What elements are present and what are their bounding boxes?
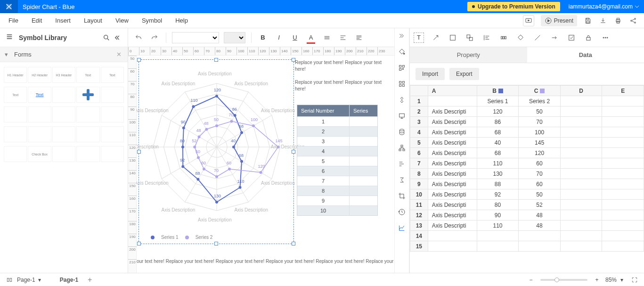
row-header[interactable]: 10 <box>410 189 428 200</box>
cell[interactable]: 70 <box>519 169 561 179</box>
fill-icon[interactable] <box>515 33 526 43</box>
symbol-thumb[interactable] <box>52 87 75 103</box>
slideshow-icon[interactable] <box>523 15 534 26</box>
cell[interactable]: Axis Descripti <box>428 169 477 179</box>
save-icon[interactable] <box>584 16 592 25</box>
account-menu[interactable]: iammurtaza4@gmail.com <box>569 3 639 10</box>
symbol-thumb[interactable] <box>76 87 99 103</box>
formula-icon[interactable] <box>397 175 407 185</box>
share-icon[interactable] <box>629 16 637 25</box>
cell[interactable]: 68 <box>477 148 519 158</box>
pages-icon[interactable] <box>5 277 14 283</box>
collapse-panel-icon[interactable] <box>112 34 122 41</box>
cell[interactable] <box>519 231 561 241</box>
cell[interactable] <box>560 189 602 200</box>
cell[interactable]: 90 <box>477 210 519 221</box>
cell[interactable]: Axis Descripti <box>428 127 477 138</box>
tab-property[interactable]: Property <box>410 47 527 63</box>
cell[interactable] <box>602 241 644 252</box>
cell[interactable]: 70 <box>519 117 561 127</box>
tab-data[interactable]: Data <box>527 47 644 63</box>
qr-icon[interactable] <box>397 63 407 73</box>
symbol-thumb[interactable] <box>76 126 99 142</box>
cell[interactable]: 130 <box>477 169 519 179</box>
symbol-thumb[interactable]: Text <box>4 87 27 103</box>
cell[interactable]: 86 <box>477 117 519 127</box>
group-icon[interactable] <box>465 33 475 43</box>
cell[interactable]: 88 <box>477 179 519 189</box>
cell[interactable]: 52 <box>519 200 561 210</box>
import-button[interactable]: Import <box>416 68 445 80</box>
cell[interactable]: 50 <box>519 106 561 117</box>
cell[interactable] <box>477 231 519 241</box>
symbol-thumb[interactable]: H3 Header <box>52 67 75 83</box>
cell[interactable]: 60 <box>519 158 561 169</box>
cell[interactable] <box>560 138 602 148</box>
align-horizontal-icon[interactable] <box>321 32 333 43</box>
cell[interactable]: 50 <box>519 189 561 200</box>
cell[interactable] <box>602 210 644 221</box>
row-header[interactable]: 5 <box>410 138 428 148</box>
cell[interactable] <box>560 117 602 127</box>
font-select[interactable] <box>172 32 219 43</box>
cell[interactable]: 92 <box>477 189 519 200</box>
symbol-thumb[interactable]: Text <box>101 67 124 83</box>
symbol-thumb[interactable] <box>28 106 51 123</box>
cell[interactable] <box>428 241 477 252</box>
zoom-out-icon[interactable]: − <box>526 277 536 283</box>
symbol-thumb[interactable]: Text <box>28 87 51 103</box>
italic-icon[interactable]: I <box>273 32 285 43</box>
lock-icon[interactable] <box>583 33 594 43</box>
symbol-thumb[interactable] <box>52 106 75 123</box>
cell[interactable] <box>428 231 477 241</box>
cell[interactable] <box>477 241 519 252</box>
paragraph-align-icon[interactable] <box>353 32 365 43</box>
menu-insert[interactable]: Insert <box>55 17 71 24</box>
export-button[interactable]: Export <box>449 68 479 80</box>
cell[interactable]: 145 <box>519 138 561 148</box>
font-size-select[interactable] <box>224 32 245 43</box>
cell[interactable] <box>602 221 644 231</box>
symbol-thumb[interactable] <box>28 126 51 142</box>
cell[interactable]: Series 2 <box>519 96 561 106</box>
symbol-thumb[interactable] <box>52 126 75 142</box>
row-header[interactable]: 2 <box>410 106 428 117</box>
cell[interactable] <box>560 200 602 210</box>
symbol-thumb[interactable] <box>76 106 99 123</box>
row-header[interactable]: 1 <box>410 96 428 106</box>
cell[interactable]: Series 1 <box>477 96 519 106</box>
redo-icon[interactable] <box>149 32 160 43</box>
cell[interactable] <box>560 241 602 252</box>
symbol-thumb[interactable] <box>101 106 124 123</box>
font-color-icon[interactable]: A <box>305 32 317 43</box>
underline-icon[interactable]: U <box>289 32 301 43</box>
cell[interactable]: Axis Descripti <box>428 106 477 117</box>
symbol-thumb[interactable] <box>4 126 27 142</box>
cell[interactable] <box>560 231 602 241</box>
cell[interactable]: 100 <box>519 127 561 138</box>
align-vertical-icon[interactable] <box>337 32 349 43</box>
row-header[interactable]: 8 <box>410 169 428 179</box>
cell[interactable] <box>428 96 477 106</box>
zoom-dropdown-icon[interactable]: ▾ <box>620 277 623 283</box>
cell[interactable] <box>602 148 644 158</box>
undo-icon[interactable] <box>133 32 144 43</box>
cell[interactable]: Axis Descripti <box>428 179 477 189</box>
cell[interactable]: 110 <box>477 158 519 169</box>
menu-view[interactable]: View <box>115 17 129 24</box>
cell[interactable]: 60 <box>519 179 561 189</box>
row-header[interactable]: 6 <box>410 148 428 158</box>
cell[interactable] <box>560 210 602 221</box>
cell[interactable]: Axis Descripti <box>428 158 477 169</box>
cell[interactable]: Axis Descripti <box>428 200 477 210</box>
download-icon[interactable] <box>599 16 607 25</box>
symbol-thumb[interactable] <box>4 106 27 123</box>
row-header[interactable]: 15 <box>410 241 428 252</box>
cell[interactable] <box>602 200 644 210</box>
hierarchy-icon[interactable] <box>397 143 407 153</box>
cell[interactable]: 120 <box>519 148 561 158</box>
more-icon[interactable] <box>600 33 611 43</box>
cell[interactable] <box>602 127 644 138</box>
add-page-button[interactable]: + <box>88 276 92 284</box>
gantt-icon[interactable] <box>397 159 407 169</box>
